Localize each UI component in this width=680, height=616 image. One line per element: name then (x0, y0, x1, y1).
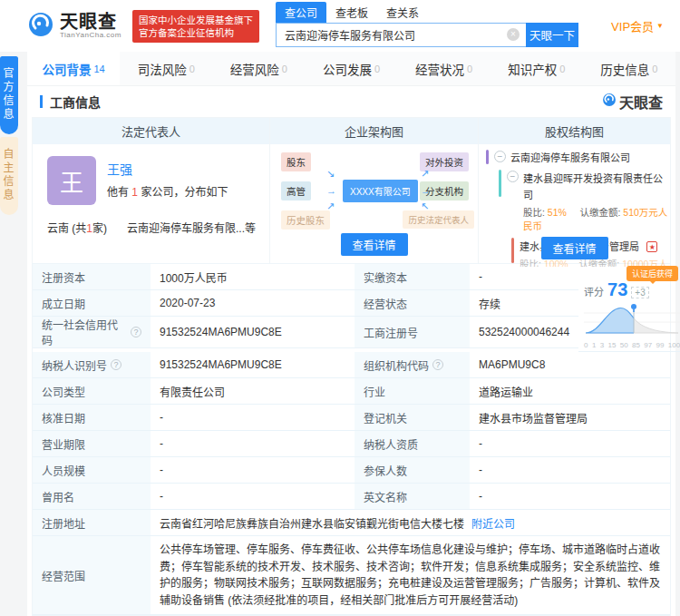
collapse-icon[interactable]: − (494, 151, 506, 162)
tab-history-info[interactable]: 历史信息0 (583, 52, 675, 85)
help-icon[interactable]: ? (111, 359, 121, 370)
field-label: 行业 (355, 378, 470, 405)
field-label: 工商注册号 (355, 317, 470, 348)
tab-operating-status[interactable]: 经营状况0 (398, 52, 491, 85)
tab-company-background[interactable]: 公司背景14 (27, 52, 120, 85)
clear-icon[interactable]: × (507, 28, 520, 41)
field-value: - (470, 484, 670, 510)
arrow-right-icon: → (326, 185, 336, 196)
field-value: - (151, 457, 355, 484)
avatar[interactable]: 王 (47, 156, 96, 205)
field-value: MA6PMU9C8 (470, 352, 670, 378)
field-value: 有限责任公司 (151, 378, 355, 405)
legal-rep-panel: 法定代表人 王 王强 他有 1 家公司，分布如下 (33, 118, 270, 263)
org-chart-detail-button[interactable]: 查看详情 (340, 233, 407, 256)
field-value: 1000万人民币 (151, 264, 355, 290)
field-value: 云南省红河哈尼族彝族自治州建水县临安镇觐光街电信大楼七楼 附近公司 (151, 510, 670, 536)
arrow-ne-icon: ↗ (421, 168, 429, 180)
score-bell-curve: 0131550859799100 (584, 302, 680, 349)
equity-chart-panel: 股权结构图 − 云南迎海停车服务有限公司 − 建水县迎晖开发投资有限责任公司 (479, 118, 670, 263)
field-label: 纳税人识别号 ? (33, 352, 151, 378)
field-value: 道路运输业 (470, 378, 670, 405)
search-area: 查公司 查老板 查关系 × 天眼一下 (276, 5, 578, 47)
tab-judicial-risk[interactable]: 司法风险0 (120, 52, 212, 85)
gov-emblem-icon: ★ (646, 241, 657, 252)
search-input[interactable] (276, 23, 526, 47)
arrow-se-icon: ↘ (326, 168, 335, 180)
search-tab-boss[interactable]: 查老板 (326, 2, 377, 23)
field-value: 公共停车场管理、停车服务、停车费征收、公共停车场信息化建设与维护；停车场、城市道… (151, 536, 670, 615)
equity-root-name[interactable]: 云南迎海停车服务有限公司 (510, 150, 630, 164)
score-label: 评分 (584, 284, 604, 298)
equity-bar-purple (486, 150, 489, 164)
org-node-company: XXXX有限公司 (343, 180, 418, 202)
collapse-icon[interactable]: − (507, 171, 519, 182)
search-tab-company[interactable]: 查公司 (276, 2, 326, 23)
field-label: 核准日期 (33, 405, 151, 431)
nearby-companies-link[interactable]: 附近公司 (471, 515, 515, 531)
table-row: 成立日期 2020-07-23 经营状态 存续 (33, 290, 578, 317)
arrow-nw-icon: ↖ (421, 200, 429, 212)
brand-name: 天眼查 (60, 13, 121, 31)
field-label: 登记机关 (355, 405, 470, 431)
org-node-shareholder: 股东 (281, 152, 311, 171)
search-tab-relation[interactable]: 查关系 (377, 2, 428, 23)
tianyancha-watermark: 天眼查 (602, 91, 663, 112)
legal-rep-name-link[interactable]: 王强 (107, 160, 228, 178)
field-value: - (151, 405, 355, 431)
vip-member-menu[interactable]: VIP会员 ▼ (611, 17, 664, 34)
field-value: 建水县市场监督管理局 (470, 405, 670, 431)
legal-rep-desc: 他有 1 家公司，分布如下 (107, 183, 228, 199)
table-row: 曾用名 - 英文名称 - (33, 484, 670, 510)
field-value: - (151, 431, 355, 457)
certification-badge: 国家中小企业发展基金旗下 官方备案企业征信机构 (132, 10, 259, 43)
tab-company-development[interactable]: 公司发展0 (305, 52, 397, 85)
field-value: 91532524MA6PMU9C8E (151, 352, 355, 378)
search-button[interactable]: 天眼一下 (526, 23, 578, 47)
legal-rep-company-link[interactable]: 云南迎海停车服务有限...等 (127, 220, 256, 235)
field-value: 532524000046244 (470, 317, 578, 348)
table-row: 注册资本 1000万人民币 实缴资本 - (33, 264, 578, 290)
table-row: 纳税人识别号 ? 91532524MA6PMU9C8E 组织机构代码 ? MA6… (33, 352, 670, 378)
score-widget: 认证后获得 评分 73 +3 (578, 264, 680, 352)
arrow-right-icon: → (421, 185, 431, 196)
field-label: 参保人数 (355, 457, 470, 484)
tianyancha-logo-icon (27, 11, 54, 42)
field-label: 人员规模 (33, 457, 151, 484)
help-icon[interactable]: ? (432, 359, 443, 370)
equity-chart-detail-button[interactable]: 查看详情 (540, 237, 607, 259)
table-row: 营业期限 - 纳税人资质 - (33, 431, 670, 457)
equity-root-row: − 云南迎海停车服务有限公司 (486, 150, 670, 164)
field-label: 纳税人资质 (355, 431, 470, 457)
field-value: - (151, 484, 355, 510)
tianyancha-logo[interactable]: 天眼查 TianYanCha.com (27, 11, 121, 42)
tianyancha-watermark-icon (602, 93, 617, 111)
section-accent-bar (40, 95, 43, 108)
side-tab-strip: 官方信息 自主信息 (0, 56, 18, 215)
section-header: 工商信息 天眼查 (27, 86, 675, 117)
org-chart-panel: 企业架构图 股东 高管 历史股东 XXXX有限公司 对外投资 分支机构 历史法定… (270, 118, 479, 263)
arrow-ne-icon: ↗ (326, 200, 335, 212)
field-label: 曾用名 (33, 484, 151, 510)
field-value: - (470, 457, 670, 484)
field-label: 组织机构代码 ? (355, 352, 470, 378)
table-row: 核准日期 - 登记机关 建水县市场监督管理局 (33, 405, 670, 431)
field-value: - (470, 264, 578, 290)
help-icon[interactable]: ? (131, 327, 141, 337)
score-bonus: +3 (631, 287, 648, 298)
equity-bar-teal (499, 170, 501, 197)
org-node-executive: 高管 (281, 181, 311, 200)
field-value: 91532524MA6PMU9C8E (151, 317, 355, 348)
field-label: 注册地址 (33, 510, 151, 536)
content-card: 公司背景14 司法风险0 经营风险0 公司发展0 经营状况0 知识产权0 历史信… (27, 52, 675, 616)
tab-operating-risk[interactable]: 经营风险0 (212, 52, 305, 85)
table-row-scope: 经营范围 公共停车场管理、停车服务、停车费征收、公共停车场信息化建设与维护；停车… (33, 536, 670, 615)
field-label: 经营状态 (355, 290, 470, 317)
org-node-historical-legal-rep: 历史法定代表人 (403, 210, 474, 229)
tab-intellectual-property[interactable]: 知识产权0 (491, 52, 583, 85)
side-tab-official-info[interactable]: 官方信息 (0, 56, 18, 134)
field-value: 存续 (470, 290, 578, 317)
side-tab-self-info[interactable]: 自主信息 (0, 137, 18, 215)
equity-child-row: − 建水县迎晖开发投资有限责任公司 股比: 51% 认缴金额: 510万元人民币 (499, 170, 670, 232)
equity-child-name[interactable]: 建水县迎晖开发投资有限责任公司 (523, 173, 663, 200)
